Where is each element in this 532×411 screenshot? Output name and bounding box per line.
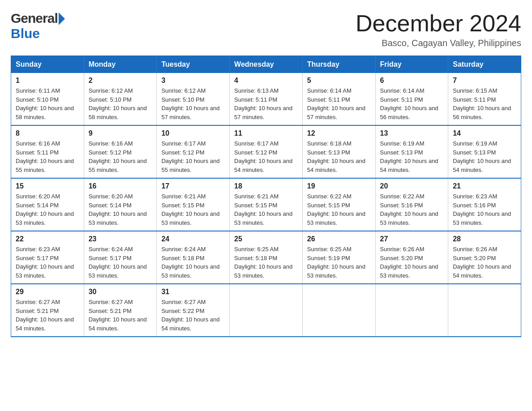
table-row: 10 Sunrise: 6:17 AMSunset: 5:12 PMDaylig… — [157, 125, 230, 178]
day-info: Sunrise: 6:12 AMSunset: 5:10 PMDaylight:… — [89, 87, 147, 120]
day-info: Sunrise: 6:23 AMSunset: 5:16 PMDaylight:… — [453, 193, 511, 226]
day-number: 6 — [380, 77, 444, 85]
day-info: Sunrise: 6:15 AMSunset: 5:11 PMDaylight:… — [453, 87, 511, 120]
day-number: 24 — [161, 235, 225, 243]
table-row: 13 Sunrise: 6:19 AMSunset: 5:13 PMDaylig… — [375, 125, 448, 178]
calendar-week-row: 15 Sunrise: 6:20 AMSunset: 5:14 PMDaylig… — [11, 178, 521, 231]
calendar-week-row: 8 Sunrise: 6:16 AMSunset: 5:11 PMDayligh… — [11, 125, 521, 178]
day-number: 16 — [89, 182, 152, 190]
table-row: 30 Sunrise: 6:27 AMSunset: 5:21 PMDaylig… — [84, 284, 157, 337]
calendar-table: Sunday Monday Tuesday Wednesday Thursday… — [11, 56, 521, 337]
day-info: Sunrise: 6:26 AMSunset: 5:20 PMDaylight:… — [380, 246, 438, 279]
day-number: 29 — [16, 288, 79, 296]
day-number: 4 — [234, 77, 298, 85]
day-number: 9 — [89, 129, 152, 137]
calendar-week-row: 29 Sunrise: 6:27 AMSunset: 5:21 PMDaylig… — [11, 284, 521, 337]
table-row: 8 Sunrise: 6:16 AMSunset: 5:11 PMDayligh… — [11, 125, 84, 178]
table-row — [230, 284, 303, 337]
day-info: Sunrise: 6:18 AMSunset: 5:13 PMDaylight:… — [307, 140, 365, 173]
day-info: Sunrise: 6:11 AMSunset: 5:10 PMDaylight:… — [16, 87, 74, 120]
table-row: 20 Sunrise: 6:22 AMSunset: 5:16 PMDaylig… — [375, 178, 448, 231]
table-row: 19 Sunrise: 6:22 AMSunset: 5:15 PMDaylig… — [302, 178, 375, 231]
table-row: 14 Sunrise: 6:19 AMSunset: 5:13 PMDaylig… — [448, 125, 521, 178]
day-info: Sunrise: 6:21 AMSunset: 5:15 PMDaylight:… — [161, 193, 219, 226]
day-number: 1 — [16, 77, 79, 85]
location-text: Basco, Cagayan Valley, Philippines — [356, 38, 521, 48]
table-row: 17 Sunrise: 6:21 AMSunset: 5:15 PMDaylig… — [157, 178, 230, 231]
day-number: 30 — [89, 288, 152, 296]
header-friday: Friday — [375, 56, 448, 73]
day-info: Sunrise: 6:14 AMSunset: 5:11 PMDaylight:… — [380, 87, 438, 120]
table-row — [448, 284, 521, 337]
header-tuesday: Tuesday — [157, 56, 230, 73]
table-row: 4 Sunrise: 6:13 AMSunset: 5:11 PMDayligh… — [230, 73, 303, 125]
day-number: 17 — [161, 182, 225, 190]
day-number: 25 — [234, 235, 298, 243]
day-info: Sunrise: 6:25 AMSunset: 5:18 PMDaylight:… — [234, 246, 292, 279]
day-number: 27 — [380, 235, 444, 243]
day-info: Sunrise: 6:26 AMSunset: 5:20 PMDaylight:… — [453, 246, 511, 279]
header-thursday: Thursday — [302, 56, 375, 73]
day-info: Sunrise: 6:27 AMSunset: 5:21 PMDaylight:… — [16, 299, 74, 332]
month-title: December 2024 — [356, 11, 521, 36]
day-info: Sunrise: 6:27 AMSunset: 5:22 PMDaylight:… — [161, 299, 219, 332]
day-info: Sunrise: 6:13 AMSunset: 5:11 PMDaylight:… — [234, 87, 292, 120]
table-row: 29 Sunrise: 6:27 AMSunset: 5:21 PMDaylig… — [11, 284, 84, 337]
day-number: 28 — [453, 235, 516, 243]
table-row: 27 Sunrise: 6:26 AMSunset: 5:20 PMDaylig… — [375, 231, 448, 284]
day-info: Sunrise: 6:20 AMSunset: 5:14 PMDaylight:… — [89, 193, 147, 226]
day-info: Sunrise: 6:27 AMSunset: 5:21 PMDaylight:… — [89, 299, 147, 332]
day-number: 7 — [453, 77, 516, 85]
table-row: 23 Sunrise: 6:24 AMSunset: 5:17 PMDaylig… — [84, 231, 157, 284]
day-info: Sunrise: 6:25 AMSunset: 5:19 PMDaylight:… — [307, 246, 365, 279]
day-info: Sunrise: 6:24 AMSunset: 5:18 PMDaylight:… — [161, 246, 219, 279]
table-row: 7 Sunrise: 6:15 AMSunset: 5:11 PMDayligh… — [448, 73, 521, 125]
day-info: Sunrise: 6:19 AMSunset: 5:13 PMDaylight:… — [453, 140, 511, 173]
day-number: 20 — [380, 182, 444, 190]
table-row: 28 Sunrise: 6:26 AMSunset: 5:20 PMDaylig… — [448, 231, 521, 284]
day-number: 23 — [89, 235, 152, 243]
calendar-week-row: 1 Sunrise: 6:11 AMSunset: 5:10 PMDayligh… — [11, 73, 521, 125]
table-row — [375, 284, 448, 337]
day-info: Sunrise: 6:21 AMSunset: 5:15 PMDaylight:… — [234, 193, 292, 226]
header-monday: Monday — [84, 56, 157, 73]
logo-triangle-icon — [59, 13, 65, 25]
calendar-week-row: 22 Sunrise: 6:23 AMSunset: 5:17 PMDaylig… — [11, 231, 521, 284]
table-row: 3 Sunrise: 6:12 AMSunset: 5:10 PMDayligh… — [157, 73, 230, 125]
calendar-header-row: Sunday Monday Tuesday Wednesday Thursday… — [11, 56, 521, 73]
day-info: Sunrise: 6:22 AMSunset: 5:15 PMDaylight:… — [307, 193, 365, 226]
day-number: 31 — [161, 288, 225, 296]
day-info: Sunrise: 6:14 AMSunset: 5:11 PMDaylight:… — [307, 87, 365, 120]
day-number: 19 — [307, 182, 371, 190]
day-info: Sunrise: 6:19 AMSunset: 5:13 PMDaylight:… — [380, 140, 438, 173]
day-number: 22 — [16, 235, 79, 243]
logo-general-text: General — [11, 11, 58, 26]
table-row: 18 Sunrise: 6:21 AMSunset: 5:15 PMDaylig… — [230, 178, 303, 231]
day-number: 3 — [161, 77, 225, 85]
table-row: 26 Sunrise: 6:25 AMSunset: 5:19 PMDaylig… — [302, 231, 375, 284]
table-row — [302, 284, 375, 337]
day-info: Sunrise: 6:20 AMSunset: 5:14 PMDaylight:… — [16, 193, 74, 226]
header-sunday: Sunday — [11, 56, 84, 73]
day-number: 15 — [16, 182, 79, 190]
page-header: General Blue December 2024 Basco, Cagaya… — [11, 11, 521, 48]
day-number: 2 — [89, 77, 152, 85]
day-number: 10 — [161, 129, 225, 137]
day-info: Sunrise: 6:24 AMSunset: 5:17 PMDaylight:… — [89, 246, 147, 279]
table-row: 5 Sunrise: 6:14 AMSunset: 5:11 PMDayligh… — [302, 73, 375, 125]
day-info: Sunrise: 6:22 AMSunset: 5:16 PMDaylight:… — [380, 193, 438, 226]
day-number: 14 — [453, 129, 516, 137]
header-wednesday: Wednesday — [230, 56, 303, 73]
day-info: Sunrise: 6:17 AMSunset: 5:12 PMDaylight:… — [234, 140, 292, 173]
table-row: 2 Sunrise: 6:12 AMSunset: 5:10 PMDayligh… — [84, 73, 157, 125]
title-section: December 2024 Basco, Cagayan Valley, Phi… — [356, 11, 521, 48]
day-info: Sunrise: 6:12 AMSunset: 5:10 PMDaylight:… — [161, 87, 219, 120]
day-number: 12 — [307, 129, 371, 137]
day-info: Sunrise: 6:16 AMSunset: 5:12 PMDaylight:… — [89, 140, 147, 173]
table-row: 16 Sunrise: 6:20 AMSunset: 5:14 PMDaylig… — [84, 178, 157, 231]
day-number: 5 — [307, 77, 371, 85]
day-info: Sunrise: 6:17 AMSunset: 5:12 PMDaylight:… — [161, 140, 219, 173]
table-row: 12 Sunrise: 6:18 AMSunset: 5:13 PMDaylig… — [302, 125, 375, 178]
table-row: 22 Sunrise: 6:23 AMSunset: 5:17 PMDaylig… — [11, 231, 84, 284]
table-row: 31 Sunrise: 6:27 AMSunset: 5:22 PMDaylig… — [157, 284, 230, 337]
